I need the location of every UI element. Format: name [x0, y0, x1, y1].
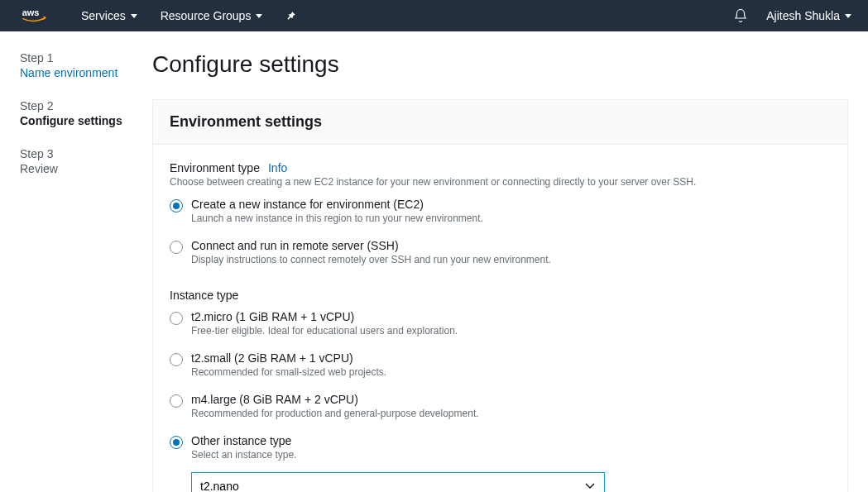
radio-desc: Display instructions to connect remotely… [191, 254, 551, 265]
step-label: Step 1 [20, 51, 136, 64]
radio-desc: Free-tier eligible. Ideal for educationa… [191, 325, 458, 337]
panel-header: Environment settings [153, 100, 847, 145]
radio-input[interactable] [170, 436, 183, 449]
env-type-help: Choose between creating a new EC2 instan… [170, 176, 831, 188]
radio-title: Create a new instance for environment (E… [191, 198, 483, 211]
radio-item-ssh[interactable]: Connect and run in remote server (SSH) D… [170, 239, 831, 265]
env-settings-panel: Environment settings Environment type In… [152, 99, 848, 492]
radio-input[interactable] [170, 312, 183, 325]
step-label: Step 2 [20, 99, 136, 112]
radio-input[interactable] [170, 199, 183, 213]
inst-type-group: Instance type t2.micro (1 GiB RAM + 1 vC… [170, 289, 831, 492]
info-link[interactable]: Info [268, 161, 287, 174]
radio-desc: Recommended for production and general-p… [191, 408, 479, 419]
step-2: Step 2 Configure settings [20, 99, 136, 127]
page-title: Configure settings [152, 51, 848, 78]
radio-title: t2.small (2 GiB RAM + 1 vCPU) [191, 351, 386, 365]
bell-icon[interactable] [733, 8, 748, 23]
step-3-title: Review [20, 162, 136, 175]
radio-title: Connect and run in remote server (SSH) [191, 239, 551, 252]
nav-services[interactable]: Services [81, 9, 137, 22]
svg-text:aws: aws [22, 7, 40, 17]
step-2-title: Configure settings [20, 114, 136, 127]
env-type-group: Environment type Info Choose between cre… [170, 161, 831, 265]
nav-user-name: Ajitesh Shukla [766, 9, 840, 22]
radio-input[interactable] [170, 241, 183, 254]
radio-item-m4large[interactable]: m4.large (8 GiB RAM + 2 vCPU) Recommende… [170, 393, 831, 419]
chevron-down-icon [845, 14, 851, 18]
radio-title: t2.micro (1 GiB RAM + 1 vCPU) [191, 310, 458, 323]
step-label: Step 3 [20, 147, 136, 160]
radio-desc: Launch a new instance in this region to … [191, 213, 483, 224]
radio-item-other[interactable]: Other instance type Select an instance t… [170, 434, 831, 461]
chevron-down-icon [131, 14, 137, 18]
instance-type-select[interactable] [191, 472, 605, 492]
radio-item-ec2[interactable]: Create a new instance for environment (E… [170, 198, 831, 224]
nav-resource-groups-label: Resource Groups [161, 9, 252, 22]
nav-services-label: Services [81, 9, 126, 22]
radio-item-t2micro[interactable]: t2.micro (1 GiB RAM + 1 vCPU) Free-tier … [170, 310, 831, 337]
nav-resource-groups[interactable]: Resource Groups [161, 9, 263, 22]
radio-desc: Recommended for small-sized web projects… [191, 366, 386, 378]
wizard-sidebar: Step 1 Name environment Step 2 Configure… [20, 51, 152, 492]
radio-title: Other instance type [191, 434, 296, 447]
pin-icon[interactable] [285, 10, 297, 21]
nav-user-menu[interactable]: Ajitesh Shukla [766, 9, 851, 22]
step-1: Step 1 Name environment [20, 51, 136, 79]
radio-input[interactable] [170, 394, 183, 408]
aws-logo[interactable]: aws [17, 7, 58, 25]
radio-input[interactable] [170, 353, 183, 366]
step-1-link[interactable]: Name environment [20, 66, 117, 79]
inst-type-label: Instance type [170, 289, 238, 302]
radio-item-t2small[interactable]: t2.small (2 GiB RAM + 1 vCPU) Recommende… [170, 351, 831, 378]
radio-desc: Select an instance type. [191, 449, 296, 461]
radio-title: m4.large (8 GiB RAM + 2 vCPU) [191, 393, 479, 406]
env-type-label: Environment type [170, 161, 260, 174]
top-nav: aws Services Resource Groups Ajitesh Shu… [0, 0, 868, 31]
chevron-down-icon [256, 14, 262, 18]
step-3: Step 3 Review [20, 147, 136, 175]
